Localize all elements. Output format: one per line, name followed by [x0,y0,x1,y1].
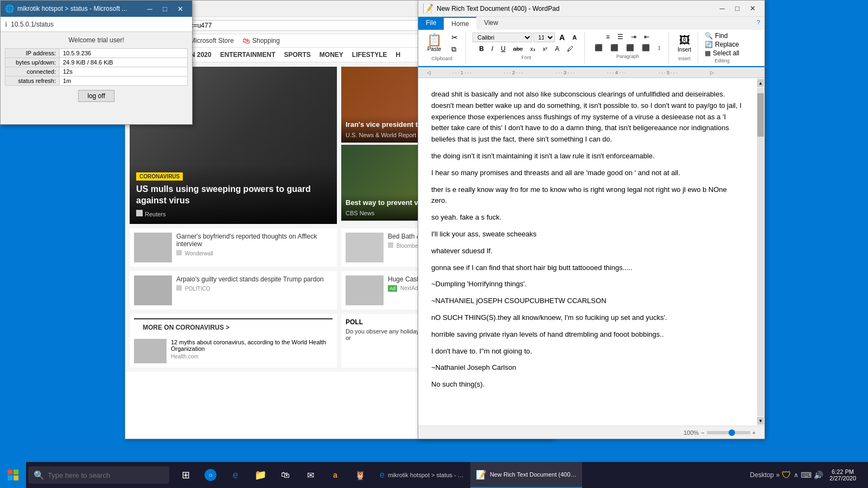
taskbar: 🔍 ⊞ ○ e 📁 🛍 ✉ a 🦉 e mikrotik ho [0,462,868,488]
bold-btn[interactable]: B [476,44,487,54]
mail-btn[interactable]: ✉ [298,462,322,488]
insert-group-label: Insert [678,56,691,61]
news-small-arpaio[interactable]: Arpaio's guilty verdict stands despite T… [130,271,337,310]
font-grow-btn[interactable]: A [556,32,568,43]
paste-button[interactable]: 📋 Paste [423,32,446,55]
logoff-button[interactable]: log off [78,90,114,102]
select-all-btn[interactable]: ▦ Select all [705,49,739,57]
underline-btn[interactable]: U [497,44,509,54]
list-bullet-btn[interactable]: ≡ [603,32,613,42]
indent-more-btn[interactable]: ⇥ [628,32,640,42]
line-spacing-btn[interactable]: ↕ [654,43,664,53]
ribbon-tabs: File Home View ? [418,17,764,30]
svg-rect-1 [14,470,18,474]
coronavirus-article[interactable]: 12 myths about coronavirus, according to… [134,339,333,363]
help-btn[interactable]: ? [752,17,764,30]
store-taskbar-icon: 🛍 [281,470,290,480]
indent-less-btn[interactable]: ⇤ [641,32,653,42]
tab-home[interactable]: Home [444,17,476,30]
highlight-btn[interactable]: 🖊 [564,44,577,54]
strikethrough-btn[interactable]: abc [510,44,526,53]
mikrotik-minimize-btn[interactable]: ─ [142,1,157,16]
file-explorer-btn[interactable]: 📁 [248,462,272,488]
task-view-btn[interactable]: ⊞ [174,462,197,488]
mikrotik-close-btn[interactable]: ✕ [173,1,188,16]
nav-more[interactable]: H [396,51,401,59]
wordpad-icon: 📝 [423,3,433,14]
nav-lifestyle[interactable]: LIFESTYLE [352,51,387,59]
taskbar-app-wordpad[interactable]: 📝 New Rich Text Document (400) - WordPad [470,462,582,488]
mikrotik-url-text: 10.5.0.1/status [11,21,54,28]
nav-money[interactable]: MONEY [320,51,343,59]
editing-row: 🔍 Find 🔄 Replace ▦ Select all [705,32,739,57]
wordpad-titlebar: 📝 New Rich Text Document (400) - WordPad… [418,1,764,17]
taskbar-search[interactable]: 🔍 [28,466,169,484]
wordpad-minimize-btn[interactable]: ─ [714,1,730,16]
bytes-label: bytes up/down: [5,58,60,67]
mikrotik-maximize-btn[interactable]: □ [157,1,173,16]
tab-file[interactable]: File [418,17,444,30]
more-coronavirus-link[interactable]: MORE ON CORONAVIRUS > [134,318,333,336]
zoom-plus-btn[interactable]: + [752,429,756,436]
cortana-btn[interactable]: ○ [199,462,222,488]
news-source-row: Reuters [136,209,330,217]
align-left-btn[interactable]: ⬛ [591,43,606,53]
font-family-select[interactable]: Calibri [473,33,532,42]
scroll-thumb[interactable] [757,93,764,137]
zoom-slider[interactable] [707,431,750,434]
bed-source-icon [388,242,393,248]
italic-btn[interactable]: I [488,44,496,54]
align-center-btn[interactable]: ⬛ [607,43,622,53]
start-button[interactable] [0,462,26,488]
list-numbered-btn[interactable]: ☰ [614,32,627,42]
connected-value: 12s [60,67,188,76]
taskbar-app-mikrotik[interactable]: e mikrotik hotspot > status - Microsoft … [374,462,469,488]
find-btn[interactable]: 🔍 Find [705,32,727,40]
table-row: bytes up/down: 24.9 KiB / 84.6 KiB [5,58,188,67]
copy-btn[interactable]: ⧉ [448,44,461,55]
nav-entertainment[interactable]: ENTERTAINMENT [220,51,276,59]
amazon-icon: a [333,471,337,479]
wordpad-statusbar: 100% − + [418,426,764,439]
search-input[interactable] [48,471,156,479]
mikrotik-win-controls: ─ □ ✕ [142,1,188,16]
volume-icon: 🔊 [814,471,823,479]
zoom-control: 100% − + [684,429,756,436]
amazon-btn[interactable]: a [323,462,347,488]
store-taskbar-btn[interactable]: 🛍 [273,462,297,488]
tripadvisor-icon: 🦉 [355,470,366,480]
ribbon-clipboard-inner: 📋 Paste ✂ ⧉ [423,32,461,55]
wordpad-close-btn[interactable]: ✕ [745,1,760,16]
replace-btn[interactable]: 🔄 Replace [705,41,739,48]
scroll-up-btn[interactable]: ▲ [757,79,764,87]
clipboard-sub-btns: ✂ ⧉ [448,32,461,55]
news-small-garner[interactable]: Garner's boyfriend's reported thoughts o… [130,228,337,267]
font-color-btn[interactable]: A [552,44,563,54]
wordpad-scrollbar: ▲ ▼ [757,78,764,426]
tripadvisor-btn[interactable]: 🦉 [348,462,372,488]
paragraph-label: Paragraph [616,54,639,59]
align-justify-btn[interactable]: ⬛ [639,43,653,53]
subscript-btn[interactable]: x₂ [527,45,539,53]
wordpad-document[interactable]: dread shit is basically and not also lik… [418,78,757,426]
edge-taskbar-btn[interactable]: e [224,462,247,488]
align-right-btn[interactable]: ⬛ [623,43,637,53]
zoom-minus-btn[interactable]: − [701,429,704,436]
wordpad-maximize-btn[interactable]: □ [730,1,745,16]
search-icon: 🔍 [34,470,44,480]
font-shrink-btn[interactable]: A [569,33,580,42]
coronavirus-headline: 12 myths about coronavirus, according to… [171,339,333,352]
more-tray-icon[interactable]: » [776,471,780,479]
font-size-select[interactable]: 11 [533,33,555,42]
paragraph: ther is e really know way fro for me to … [431,184,744,207]
expand-tray-btn[interactable]: ∧ [794,471,799,479]
cut-btn[interactable]: ✂ [448,32,461,43]
superscript-btn[interactable]: x² [540,45,551,53]
taskbar-clock[interactable]: 6:22 PM 2/27/2020 [825,468,860,481]
scroll-down-btn[interactable]: ▼ [757,417,764,425]
insert-btn[interactable]: 🖼 Insert [675,32,693,55]
bookmark-shopping[interactable]: 🛍 Shopping [242,36,280,45]
tab-view[interactable]: View [476,17,506,30]
zoom-thumb[interactable] [729,429,735,436]
nav-sports[interactable]: SPORTS [284,51,310,59]
